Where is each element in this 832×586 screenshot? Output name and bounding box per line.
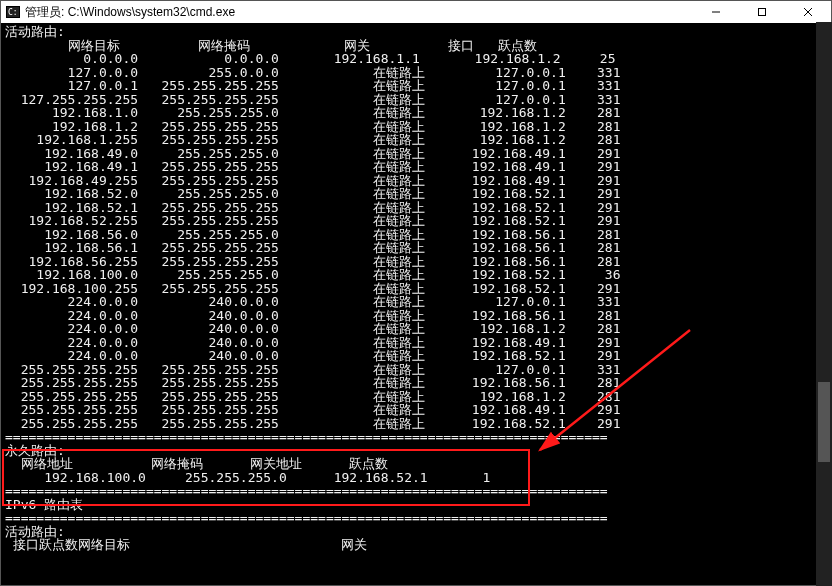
app-icon: C: [5,4,21,20]
terminal-line: 224.0.0.0 240.0.0.0 在链路上 127.0.0.1 331 [5,295,827,309]
terminal-line: 0.0.0.0 0.0.0.0 192.168.1.1 192.168.1.2 … [5,52,827,66]
terminal-line: 192.168.56.1 255.255.255.255 在链路上 192.16… [5,241,827,255]
terminal-line: 活动路由: [5,25,827,39]
terminal-line: IPv6 路由表 [5,498,827,512]
terminal-line: 192.168.52.1 255.255.255.255 在链路上 192.16… [5,201,827,215]
terminal-line: 192.168.100.255 255.255.255.255 在链路上 192… [5,282,827,296]
terminal-line: 255.255.255.255 255.255.255.255 在链路上 192… [5,417,827,431]
terminal-line: 224.0.0.0 240.0.0.0 在链路上 192.168.52.1 29… [5,349,827,363]
terminal-line: 224.0.0.0 240.0.0.0 在链路上 192.168.1.2 281 [5,322,827,336]
terminal-line: 活动路由: [5,525,827,539]
terminal-line: 永久路由: [5,444,827,458]
terminal-line: 192.168.52.255 255.255.255.255 在链路上 192.… [5,214,827,228]
minimize-button[interactable] [693,1,739,23]
maximize-button[interactable] [739,1,785,23]
terminal-line: 192.168.49.1 255.255.255.255 在链路上 192.16… [5,160,827,174]
terminal-line: 224.0.0.0 240.0.0.0 在链路上 192.168.56.1 28… [5,309,827,323]
terminal-line: 网络地址 网络掩码 网关地址 跃点数 [5,457,827,471]
window-controls [693,1,831,23]
svg-rect-4 [759,9,766,16]
terminal-line: 192.168.49.0 255.255.255.0 在链路上 192.168.… [5,147,827,161]
terminal-line: 192.168.1.2 255.255.255.255 在链路上 192.168… [5,120,827,134]
terminal-line: 127.0.0.0 255.0.0.0 在链路上 127.0.0.1 331 [5,66,827,80]
terminal-line: 255.255.255.255 255.255.255.255 在链路上 127… [5,363,827,377]
close-button[interactable] [785,1,831,23]
terminal-line: 192.168.100.0 255.255.255.0 192.168.52.1… [5,471,827,485]
titlebar[interactable]: C: 管理员: C:\Windows\system32\cmd.exe [1,1,831,23]
terminal-line: 192.168.56.0 255.255.255.0 在链路上 192.168.… [5,228,827,242]
terminal-line: 192.168.1.0 255.255.255.0 在链路上 192.168.1… [5,106,827,120]
scrollbar-thumb[interactable] [818,382,830,462]
terminal-output[interactable]: 活动路由: 网络目标 网络掩码 网关 接口 跃点数 0.0.0.0 0.0.0.… [1,23,831,585]
terminal-line: 192.168.1.255 255.255.255.255 在链路上 192.1… [5,133,827,147]
terminal-line: 255.255.255.255 255.255.255.255 在链路上 192… [5,376,827,390]
terminal-line: 255.255.255.255 255.255.255.255 在链路上 192… [5,403,827,417]
terminal-line: 网络目标 网络掩码 网关 接口 跃点数 [5,39,827,53]
window-title: 管理员: C:\Windows\system32\cmd.exe [25,4,693,21]
terminal-line: 127.0.0.1 255.255.255.255 在链路上 127.0.0.1… [5,79,827,93]
terminal-line: 224.0.0.0 240.0.0.0 在链路上 192.168.49.1 29… [5,336,827,350]
terminal-line: 接口跃点数网络目标 网关 [5,538,827,552]
scrollbar[interactable] [816,22,832,586]
terminal-line: 255.255.255.255 255.255.255.255 在链路上 192… [5,390,827,404]
terminal-line: ========================================… [5,484,827,498]
cmd-window: C: 管理员: C:\Windows\system32\cmd.exe 活动路由… [0,0,832,586]
terminal-line: 127.255.255.255 255.255.255.255 在链路上 127… [5,93,827,107]
terminal-line: 192.168.52.0 255.255.255.0 在链路上 192.168.… [5,187,827,201]
terminal-line: 192.168.100.0 255.255.255.0 在链路上 192.168… [5,268,827,282]
terminal-line: ========================================… [5,430,827,444]
terminal-line: ========================================… [5,511,827,525]
terminal-line: 192.168.56.255 255.255.255.255 在链路上 192.… [5,255,827,269]
terminal-line: 192.168.49.255 255.255.255.255 在链路上 192.… [5,174,827,188]
svg-text:C:: C: [8,8,18,17]
